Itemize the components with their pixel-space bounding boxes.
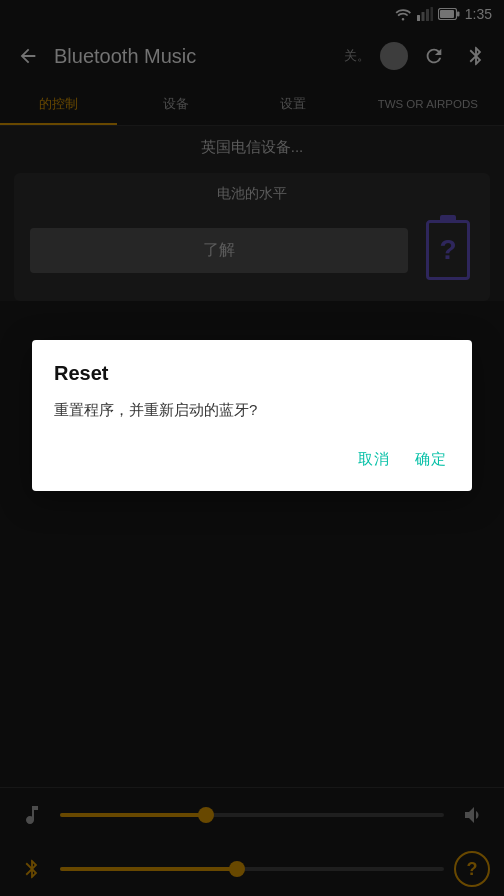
- dialog-message: 重置程序，并重新启动的蓝牙?: [54, 399, 450, 422]
- dialog-title: Reset: [54, 362, 450, 385]
- reset-dialog: Reset 重置程序，并重新启动的蓝牙? 取消 确定: [32, 340, 472, 491]
- cancel-button[interactable]: 取消: [354, 444, 393, 475]
- dialog-actions: 取消 确定: [54, 444, 450, 481]
- confirm-button[interactable]: 确定: [411, 444, 450, 475]
